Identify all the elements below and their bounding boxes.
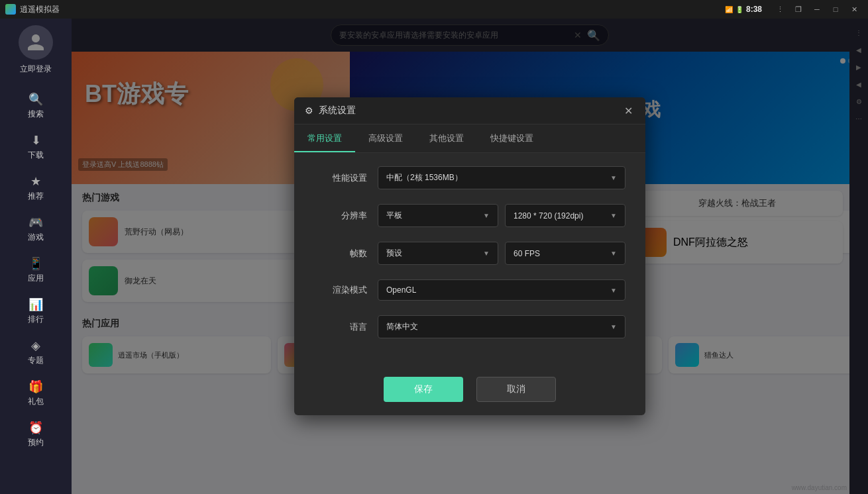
resolution-control: 平板 ▼ 1280 * 720 (192dpi) ▼ xyxy=(378,204,625,227)
sidebar: 立即登录 🔍 搜索 ⬇ 下载 ★ 推荐 🎮 游戏 📱 应用 xyxy=(0,19,72,494)
tab-hotkeys[interactable]: 快捷键设置 xyxy=(477,124,547,152)
tab-general[interactable]: 常用设置 xyxy=(294,124,355,152)
dialog-header: ⚙ 系统设置 ✕ xyxy=(294,97,645,124)
performance-value: 中配（2核 1536MB） xyxy=(386,172,462,183)
special-icon: ◈ xyxy=(31,338,40,353)
save-button[interactable]: 保存 xyxy=(384,377,463,402)
login-button[interactable]: 立即登录 xyxy=(20,64,52,75)
search-icon: 🔍 xyxy=(28,92,43,107)
sidebar-item-recommend[interactable]: ★ 推荐 xyxy=(0,168,72,209)
wifi-icon: 📶 xyxy=(725,6,733,13)
sidebar-label-download: 下载 xyxy=(28,150,44,161)
sidebar-label-gifts: 礼包 xyxy=(28,396,44,407)
performance-select[interactable]: 中配（2核 1536MB） ▼ xyxy=(378,166,625,189)
minimize-button[interactable]: ─ xyxy=(808,3,826,16)
render-select[interactable]: OpenGL ▼ xyxy=(378,279,625,301)
fps-selects: 预设 ▼ 60 FPS ▼ xyxy=(378,242,625,265)
maximize-button[interactable]: □ xyxy=(827,3,844,16)
sidebar-label-recommend: 推荐 xyxy=(28,191,44,202)
clock-icon: ⏰ xyxy=(28,420,43,435)
title-bar-right: 📶 🔋 8:38 ⋮ ❐ ─ □ ✕ xyxy=(725,3,863,16)
avatar[interactable] xyxy=(19,25,53,60)
language-label: 语言 xyxy=(314,321,367,333)
user-avatar-icon xyxy=(26,32,46,52)
modal-overlay: ⚙ 系统设置 ✕ 常用设置 高级设置 其他设置 快捷键设置 性能设置 xyxy=(72,19,868,494)
sidebar-label-games: 游戏 xyxy=(28,232,44,243)
fps-preset-select[interactable]: 预设 ▼ xyxy=(378,242,498,265)
sidebar-item-ranking[interactable]: 📊 排行 xyxy=(0,291,72,332)
sidebar-item-search[interactable]: 🔍 搜索 xyxy=(0,85,72,126)
language-value: 简体中文 xyxy=(386,321,418,332)
content-area: 要安装的安卓应用请选择需要安装的安卓应用 ✕ 🔍 BT游戏专 登录送高V 上线送… xyxy=(72,19,868,494)
title-bar-left: 逍遥模拟器 xyxy=(5,4,60,15)
tab-other[interactable]: 其他设置 xyxy=(416,124,477,152)
sidebar-label-reservation: 预约 xyxy=(28,437,44,448)
apps-icon: 📱 xyxy=(28,256,43,271)
sidebar-label-apps: 应用 xyxy=(28,273,44,284)
resolution-row: 分辨率 平板 ▼ 1280 * 720 (192dpi) ▼ xyxy=(314,204,625,227)
sidebar-item-gifts[interactable]: 🎁 礼包 xyxy=(0,373,72,414)
resolution-label: 分辨率 xyxy=(314,210,367,222)
resolution-type-select[interactable]: 平板 ▼ xyxy=(378,204,498,227)
clock-display: 8:38 xyxy=(746,5,762,14)
sidebar-label-search: 搜索 xyxy=(28,109,44,120)
performance-label: 性能设置 xyxy=(314,172,367,184)
performance-chevron: ▼ xyxy=(610,174,617,181)
resolution-type-chevron: ▼ xyxy=(483,212,490,219)
render-label: 渲染模式 xyxy=(314,284,367,296)
language-row: 语言 简体中文 ▼ xyxy=(314,315,625,338)
gift-icon: 🎁 xyxy=(28,379,43,394)
render-row: 渲染模式 OpenGL ▼ xyxy=(314,279,625,301)
ranking-icon: 📊 xyxy=(28,297,43,312)
restore-button[interactable]: ❐ xyxy=(790,3,807,16)
fps-value-text: 60 FPS xyxy=(514,249,540,258)
performance-control: 中配（2核 1536MB） ▼ xyxy=(378,166,625,189)
sidebar-item-reservation[interactable]: ⏰ 预约 xyxy=(0,414,72,455)
sidebar-item-apps[interactable]: 📱 应用 xyxy=(0,250,72,291)
games-icon: 🎮 xyxy=(28,215,43,230)
language-chevron: ▼ xyxy=(610,323,617,330)
app-title: 逍遥模拟器 xyxy=(20,4,60,15)
tab-advanced[interactable]: 高级设置 xyxy=(355,124,416,152)
title-bar: 逍遥模拟器 📶 🔋 8:38 ⋮ ❐ ─ □ ✕ xyxy=(0,0,868,19)
status-icons: 📶 🔋 8:38 xyxy=(725,5,765,14)
fps-preset-chevron: ▼ xyxy=(483,250,490,257)
fps-label: 帧数 xyxy=(314,248,367,260)
render-control: OpenGL ▼ xyxy=(378,279,625,301)
dialog-close-button[interactable]: ✕ xyxy=(622,104,635,117)
resolution-size-value: 1280 * 720 (192dpi) xyxy=(514,211,583,221)
settings-dialog: ⚙ 系统设置 ✕ 常用设置 高级设置 其他设置 快捷键设置 性能设置 xyxy=(294,97,645,415)
app-icon xyxy=(5,4,16,15)
sidebar-item-games[interactable]: 🎮 游戏 xyxy=(0,209,72,250)
resolution-size-chevron: ▼ xyxy=(610,212,617,219)
dialog-title-text: 系统设置 xyxy=(319,105,356,117)
fps-value-select[interactable]: 60 FPS ▼ xyxy=(505,242,625,265)
settings-icon: ⚙ xyxy=(305,105,313,116)
sidebar-label-ranking: 排行 xyxy=(28,314,44,325)
close-button[interactable]: ✕ xyxy=(845,3,863,16)
main-area: 立即登录 🔍 搜索 ⬇ 下载 ★ 推荐 🎮 游戏 📱 应用 xyxy=(0,19,868,494)
cancel-button[interactable]: 取消 xyxy=(476,377,556,402)
sidebar-item-download[interactable]: ⬇ 下载 xyxy=(0,126,72,168)
nav-items: 🔍 搜索 ⬇ 下载 ★ 推荐 🎮 游戏 📱 应用 📊 排行 xyxy=(0,85,72,455)
render-chevron: ▼ xyxy=(610,287,617,294)
language-select[interactable]: 简体中文 ▼ xyxy=(378,315,625,338)
dialog-footer: 保存 取消 xyxy=(294,366,645,415)
battery-icon: 🔋 xyxy=(735,6,743,13)
fps-row: 帧数 预设 ▼ 60 FPS ▼ xyxy=(314,242,625,265)
fps-value-chevron: ▼ xyxy=(610,250,617,257)
download-icon: ⬇ xyxy=(31,133,41,148)
sidebar-item-special[interactable]: ◈ 专题 xyxy=(0,332,72,373)
fps-preset-value: 预设 xyxy=(386,248,402,259)
star-icon: ★ xyxy=(30,174,41,189)
tab-bar: 常用设置 高级设置 其他设置 快捷键设置 xyxy=(294,124,645,153)
language-control: 简体中文 ▼ xyxy=(378,315,625,338)
performance-row: 性能设置 中配（2核 1536MB） ▼ xyxy=(314,166,625,189)
dialog-title-area: ⚙ 系统设置 xyxy=(305,105,356,117)
grid-button[interactable]: ⋮ xyxy=(771,3,788,16)
resolution-type-value: 平板 xyxy=(386,210,402,221)
fps-control: 预设 ▼ 60 FPS ▼ xyxy=(378,242,625,265)
resolution-selects: 平板 ▼ 1280 * 720 (192dpi) ▼ xyxy=(378,204,625,227)
sidebar-label-special: 专题 xyxy=(28,355,44,366)
resolution-size-select[interactable]: 1280 * 720 (192dpi) ▼ xyxy=(505,204,625,227)
